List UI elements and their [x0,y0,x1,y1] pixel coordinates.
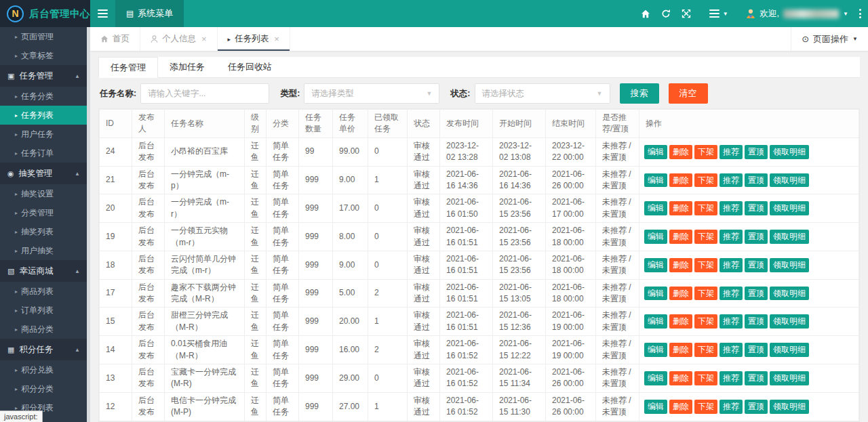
recommend-button[interactable]: 推荐 [719,230,743,244]
claim-details-button[interactable]: 领取明细 [770,400,809,414]
sidebar-item-user-lottery[interactable]: ▸用户抽奖 [0,241,90,260]
edit-button[interactable]: 编辑 [644,230,667,244]
off-shelf-button[interactable]: 下架 [694,371,717,385]
edit-button[interactable]: 编辑 [644,145,667,159]
status-select[interactable]: 请选择状态 ▼ [475,83,610,104]
layout-menu-dropdown[interactable]: ▼ [705,0,733,27]
sidebar-item-page-management[interactable]: ▸页面管理 [0,27,90,46]
user-dropdown[interactable]: 欢迎, ▼ [745,8,848,20]
edit-button[interactable]: 编辑 [644,371,667,385]
claim-details-button[interactable]: 领取明细 [770,173,809,188]
sidebar-item-lottery-settings[interactable]: ▸抽奖设置 [0,184,90,203]
tab-system-menu[interactable]: ▤ 系统菜单 [115,0,184,27]
sidebar-section-lucky-mall[interactable]: ▧幸运商城▲ [0,260,90,282]
off-shelf-button[interactable]: 下架 [694,145,717,159]
pin-top-button[interactable]: 置顶 [745,314,768,329]
recommend-button[interactable]: 推荐 [719,287,743,301]
delete-button[interactable]: 删除 [669,230,692,244]
off-shelf-button[interactable]: 下架 [694,173,717,188]
type-select[interactable]: 请选择类型 ▼ [304,83,439,104]
tab-add-task[interactable]: 添加任务 [158,57,216,77]
claim-details-button[interactable]: 领取明细 [770,258,809,272]
off-shelf-button[interactable]: 下架 [694,400,717,414]
claim-details-button[interactable]: 领取明细 [770,287,809,301]
close-icon[interactable]: × [274,34,279,44]
pin-top-button[interactable]: 置顶 [745,258,768,272]
edit-button[interactable]: 编辑 [644,201,667,215]
tab-home[interactable]: 首页 [90,27,140,51]
recommend-button[interactable]: 推荐 [719,201,743,215]
off-shelf-button[interactable]: 下架 [694,230,717,244]
page-operations-dropdown[interactable]: ⊙ 页面操作 ▼ [791,27,868,51]
refresh-button[interactable] [656,0,676,27]
tab-task-list[interactable]: ▸ 任务列表 × [218,27,290,51]
sidebar-scrollbar[interactable] [87,27,90,422]
edit-button[interactable]: 编辑 [644,400,667,414]
off-shelf-button[interactable]: 下架 [694,287,717,301]
delete-button[interactable]: 删除 [669,314,692,329]
delete-button[interactable]: 删除 [669,371,692,385]
delete-button[interactable]: 删除 [669,287,692,301]
recommend-button[interactable]: 推荐 [719,400,743,414]
sidebar-section-task-management[interactable]: ▣任务管理▲ [0,65,90,87]
pin-top-button[interactable]: 置顶 [745,201,768,215]
edit-button[interactable]: 编辑 [644,287,667,301]
recommend-button[interactable]: 推荐 [719,145,743,159]
delete-button[interactable]: 删除 [669,201,692,215]
off-shelf-button[interactable]: 下架 [694,258,717,272]
delete-button[interactable]: 删除 [669,400,692,414]
sidebar-item-points-category[interactable]: ▸积分分类 [0,379,90,398]
sidebar-item-article-tags[interactable]: ▸文章标签 [0,46,90,65]
sidebar-item-category-management[interactable]: ▸分类管理 [0,203,90,222]
claim-details-button[interactable]: 领取明细 [770,343,809,357]
close-icon[interactable]: × [201,34,207,44]
edit-button[interactable]: 编辑 [644,343,667,357]
claim-details-button[interactable]: 领取明细 [770,201,809,215]
tab-profile[interactable]: 个人信息 × [140,27,218,51]
recommend-button[interactable]: 推荐 [719,258,743,272]
edit-button[interactable]: 编辑 [644,173,667,188]
sidebar-item-task-order[interactable]: ▸任务订单 [0,144,90,163]
more-options-button[interactable] [859,9,861,18]
recommend-button[interactable]: 推荐 [719,314,743,329]
delete-button[interactable]: 删除 [669,173,692,188]
sidebar-item-goods-list[interactable]: ▸商品列表 [0,282,90,301]
sidebar-section-points-task[interactable]: ▦积分任务▲ [0,339,90,360]
tab-task-recycle-bin[interactable]: 任务回收站 [216,57,283,77]
recommend-button[interactable]: 推荐 [719,371,743,385]
off-shelf-button[interactable]: 下架 [694,201,717,215]
sidebar-section-lottery-management[interactable]: ◉抽奖管理▲ [0,163,90,184]
recommend-button[interactable]: 推荐 [719,173,743,188]
off-shelf-button[interactable]: 下架 [694,343,717,357]
claim-details-button[interactable]: 领取明细 [770,230,809,244]
claim-details-button[interactable]: 领取明细 [770,371,809,385]
fullscreen-button[interactable] [676,0,696,27]
home-button[interactable] [635,0,656,27]
pin-top-button[interactable]: 置顶 [745,145,768,159]
sidebar-item-task-category[interactable]: ▸任务分类 [0,87,90,106]
sidebar-item-goods-category[interactable]: ▸商品分类 [0,320,90,339]
sidebar-item-task-list[interactable]: ▸任务列表 [0,106,90,125]
delete-button[interactable]: 删除 [669,258,692,272]
sidebar-toggle-button[interactable] [90,0,115,27]
recommend-button[interactable]: 推荐 [719,343,743,357]
clear-button[interactable]: 清空 [669,83,708,104]
sidebar-item-order-list[interactable]: ▸订单列表 [0,301,90,320]
pin-top-button[interactable]: 置顶 [745,230,768,244]
pin-top-button[interactable]: 置顶 [745,287,768,301]
edit-button[interactable]: 编辑 [644,258,667,272]
delete-button[interactable]: 删除 [669,145,692,159]
tab-task-management[interactable]: 任务管理 [98,57,158,78]
delete-button[interactable]: 删除 [669,343,692,357]
claim-details-button[interactable]: 领取明细 [770,314,809,329]
pin-top-button[interactable]: 置顶 [745,173,768,188]
sidebar-item-lottery-list[interactable]: ▸抽奖列表 [0,222,90,241]
pin-top-button[interactable]: 置顶 [745,371,768,385]
pin-top-button[interactable]: 置顶 [745,400,768,414]
edit-button[interactable]: 编辑 [644,314,667,329]
off-shelf-button[interactable]: 下架 [694,314,717,329]
search-button[interactable]: 搜索 [620,83,659,104]
claim-details-button[interactable]: 领取明细 [770,145,809,159]
pin-top-button[interactable]: 置顶 [745,343,768,357]
sidebar-item-points-exchange[interactable]: ▸积分兑换 [0,360,90,379]
